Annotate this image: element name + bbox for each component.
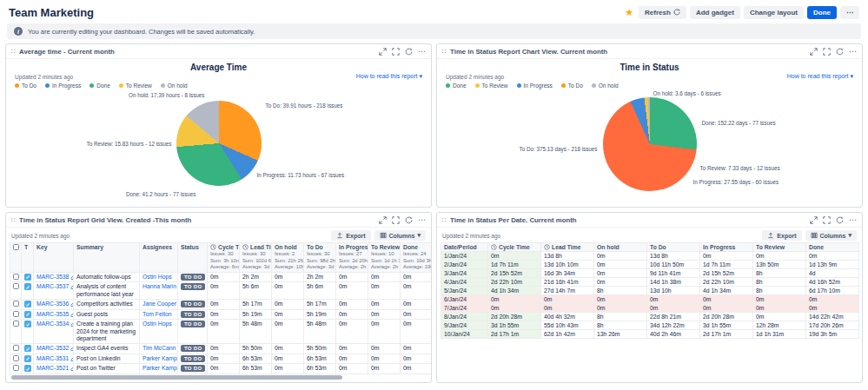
issue-row[interactable]: ✓MARC-3532 Inspect GA4 eventsTim McCannT… [10,344,433,354]
expand-icon[interactable] [810,48,818,56]
column-header[interactable]: Key [34,243,74,273]
assignee-link[interactable]: Tom Felton [142,311,172,317]
row-checkbox[interactable] [13,345,19,351]
assignee-link[interactable]: Parker Kamp [142,365,177,371]
legend-item[interactable]: In Progress [45,83,81,89]
more-actions-button[interactable]: ⋯ [840,6,859,19]
issue-key-link[interactable]: MARC-3521 [36,365,69,371]
refresh-icon[interactable] [405,216,413,224]
date-row[interactable]: 5/Jan/244d 1h 34m27d 14h 7m8h13d 10h4d 1… [441,287,859,295]
column-header[interactable]: On hold [594,243,647,252]
add-gadget-button[interactable]: Add gadget [690,6,740,19]
column-header[interactable]: Done [806,243,859,252]
maximize-icon[interactable] [823,48,831,56]
row-checkbox[interactable] [13,311,19,317]
help-link[interactable]: How to read this report ▾ [356,73,422,80]
row-select-cell[interactable] [10,354,22,363]
more-menu-icon[interactable]: ⋯ [849,216,857,224]
done-button[interactable]: Done [807,6,837,19]
row-checkbox[interactable] [13,321,19,327]
row-select-cell[interactable] [10,272,22,281]
issue-key-link[interactable]: MARC-3534 [36,321,69,327]
legend-item[interactable]: Done [446,83,467,89]
expand-icon[interactable] [379,48,387,56]
export-button[interactable]: Export [762,230,801,241]
summary-cell[interactable]: Automatic follow-ups [74,272,140,281]
assignee-link[interactable]: Jane Cooper [142,301,176,307]
date-row[interactable]: 7/Jan/240m0m0m0m0m0m0m [441,304,859,313]
legend-item[interactable]: On hold [161,83,188,89]
column-header[interactable]: Assignees [140,243,178,273]
issue-key-link[interactable]: MARC-3538 [36,274,69,280]
column-header[interactable]: Lead Time [541,243,594,252]
row-select-cell[interactable] [10,300,22,309]
date-row[interactable]: 1/Jan/240m13d 8h0m13d 8h0m0m0m [441,252,859,261]
horizontal-scrollbar[interactable] [11,375,342,380]
maximize-icon[interactable] [392,48,400,56]
issue-key-link[interactable]: MARC-3531 [36,355,69,361]
row-checkbox[interactable] [13,274,19,280]
column-header[interactable]: Lead TimeIssues: 30Sum: 102d 6h 27mAvera… [240,243,272,273]
column-header[interactable]: To Review [753,243,806,252]
drag-handle-icon[interactable]: ∷ [11,216,16,224]
row-select-cell[interactable] [10,309,22,319]
select-all-checkbox[interactable] [13,244,19,250]
issue-row[interactable]: ✓MARC-3531 Post on LinkedInParker KampTO… [10,354,433,363]
time-in-status-pie-chart[interactable] [603,97,697,191]
issue-key-link[interactable]: MARC-3532 [36,345,69,351]
more-menu-icon[interactable]: ⋯ [418,216,426,224]
issue-key-link[interactable]: MARC-3535 [36,311,69,317]
date-row[interactable]: 4/Jan/242d 22h 10m21d 16h 41m0m14d 1h 38… [441,278,859,287]
date-row[interactable]: 10/Jan/242d 17h 1m62d 1h 42m13h 26m40d 2… [441,330,859,339]
row-checkbox[interactable] [13,283,19,289]
favorite-star-icon[interactable]: ★ [625,7,633,18]
expand-icon[interactable] [810,216,818,224]
issue-row[interactable]: ✓MARC-3538 Automatic follow-upsOstin Hop… [10,272,433,281]
help-link[interactable]: How to read this report ▾ [787,73,853,80]
column-header[interactable]: Status [178,243,208,273]
column-header[interactable]: Cycle TimeIssues: 30Sum: 3h 10mAverage: … [208,243,240,273]
row-checkbox[interactable] [13,301,19,307]
column-header[interactable]: DoneIssues: 24Sum: 19d 3h 5mAverage: 19h… [401,243,433,273]
summary-cell[interactable]: Inspect GA4 events [74,344,140,354]
column-header[interactable]: In ProgressIssues: 27Sum: 2d 20h 28mAver… [336,243,368,273]
summary-cell[interactable]: Create a training plan 2024 for the mark… [74,320,140,344]
drag-handle-icon[interactable]: ∷ [11,48,16,56]
export-button[interactable]: Export [331,230,370,241]
summary-cell[interactable]: Guest posts [74,309,140,319]
date-row[interactable]: 3/Jan/242d 15h 52m16d 3h 34m0m9d 11h 41m… [441,269,859,278]
change-layout-button[interactable]: Change layout [744,6,804,19]
maximize-icon[interactable] [823,216,831,224]
assignee-link[interactable]: Hanna Marin [142,283,176,289]
select-all-cell[interactable] [10,243,22,273]
column-header[interactable]: To DoIssues: 30Sum: 98d 2h 46mAverage: 3… [304,243,336,273]
issue-row[interactable]: ✓MARC-3521 Post on TwitterParker KampTO … [10,364,433,373]
column-header[interactable]: Cycle Time [488,243,541,252]
row-select-cell[interactable] [10,282,22,300]
legend-item[interactable]: To Do [15,83,36,89]
row-checkbox[interactable] [13,355,19,361]
refresh-icon[interactable] [836,216,844,224]
assignee-link[interactable]: Parker Kamp [142,355,177,361]
issue-row[interactable]: ✓MARC-3535 Guest postsTom FeltonTO DO0m5… [10,309,433,319]
refresh-button[interactable]: Refresh [639,6,686,19]
legend-item[interactable]: To Review [119,83,152,89]
column-header[interactable]: Summary [74,243,140,273]
drag-handle-icon[interactable]: ∷ [442,216,447,224]
row-select-cell[interactable] [10,320,22,344]
legend-item[interactable]: To Review [475,83,508,89]
column-header[interactable]: On holdIssues: 2Sum: 21h 26mAverage: 10h… [272,243,304,273]
gadget-header[interactable]: ∷ Time in Status Per Date. Current month… [437,213,862,228]
date-row[interactable]: 6/Jan/240m0m0m0m0m0m0m [441,295,859,304]
assignee-link[interactable]: Ostin Hops [142,274,172,280]
date-row[interactable]: 2/Jan/241d 7h 11m13d 10h 10m0m10d 11h 50… [441,261,859,269]
summary-cell[interactable]: Analysis of content performance last yea… [74,282,140,300]
average-time-pie-chart[interactable] [176,101,262,186]
date-row[interactable]: 9/Jan/243d 1h 55m55d 10h 43m8h34d 12h 22… [441,321,859,330]
date-row[interactable]: 8/Jan/242d 20h 28m40d 4h 32m8h22d 8h 21m… [441,313,859,321]
row-checkbox[interactable] [13,365,19,371]
more-menu-icon[interactable]: ⋯ [418,48,426,56]
row-select-cell[interactable] [10,344,22,354]
gadget-header[interactable]: ∷ Time in Status Report Grid View. Creat… [6,213,431,228]
column-header[interactable]: Date/Period [441,243,488,252]
